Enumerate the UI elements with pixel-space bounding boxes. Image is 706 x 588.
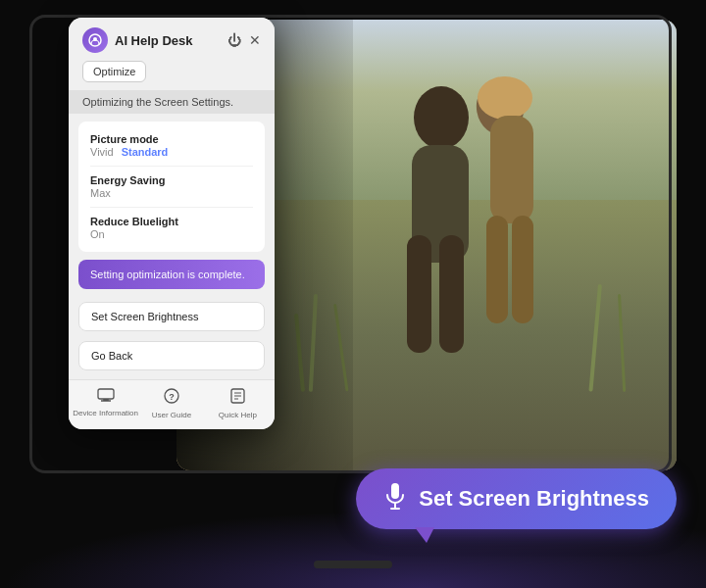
svg-text:?: ?	[169, 392, 175, 402]
svg-rect-16	[98, 389, 114, 399]
optimize-button[interactable]: Optimize	[82, 61, 146, 82]
panel-title: AI Help Desk	[115, 33, 192, 48]
svg-rect-8	[512, 216, 533, 323]
user-guide-icon: ?	[164, 388, 179, 408]
quick-help-label: Quick Help	[219, 411, 257, 419]
setting-picture-mode: Picture mode Vivid Standard	[90, 129, 253, 162]
microphone-icon	[383, 482, 407, 515]
panel-footer: Device Information ? User Guide Quick H	[69, 379, 275, 429]
device-info-label: Device Information	[73, 409, 138, 417]
energy-saving-max: Max	[90, 187, 111, 199]
setting-reduce-bluelight: Reduce Bluelight On	[90, 212, 253, 244]
footer-user-guide[interactable]: ? User Guide	[138, 388, 204, 419]
footer-device-info[interactable]: Device Information	[73, 388, 138, 419]
ai-help-desk-panel: AI Help Desk ⏻ ✕ Optimize Optimizing the…	[69, 18, 275, 429]
power-icon[interactable]: ⏻	[227, 33, 241, 47]
user-guide-label: User Guide	[152, 411, 191, 419]
success-message-bar: Setting optimization is complete.	[78, 260, 265, 289]
setting-picture-mode-label: Picture mode	[90, 133, 253, 145]
speech-text: Set Screen Brightness	[419, 486, 649, 512]
reduce-bluelight-on: On	[90, 228, 105, 240]
setting-reduce-bluelight-label: Reduce Bluelight	[90, 216, 253, 227]
setting-energy-saving-label: Energy Saving	[90, 174, 253, 186]
svg-rect-12	[588, 284, 602, 392]
close-icon[interactable]: ✕	[249, 33, 261, 47]
set-screen-brightness-button[interactable]: Set Screen Brightness	[78, 302, 265, 331]
svg-point-0	[414, 86, 469, 149]
svg-rect-3	[439, 235, 464, 353]
svg-rect-13	[618, 294, 626, 392]
svg-point-5	[478, 76, 532, 120]
settings-list: Picture mode Vivid Standard Energy Savin…	[78, 122, 265, 252]
svg-rect-25	[391, 483, 399, 499]
svg-rect-2	[407, 235, 431, 353]
picture-mode-standard: Standard	[122, 146, 169, 158]
picture-mode-vivid: Vivid	[90, 146, 114, 158]
ai-avatar-icon	[82, 27, 108, 53]
speech-bubble: Set Screen Brightness	[356, 468, 677, 529]
quick-help-icon	[230, 388, 245, 408]
status-bar: Optimizing the Screen Settings.	[69, 90, 275, 114]
panel-header: AI Help Desk ⏻ ✕	[69, 18, 275, 61]
setting-energy-saving: Energy Saving Max	[90, 171, 253, 203]
footer-quick-help[interactable]: Quick Help	[205, 388, 271, 419]
go-back-button[interactable]: Go Back	[78, 341, 265, 370]
svg-rect-6	[490, 116, 533, 223]
svg-rect-7	[486, 216, 508, 323]
tv-stand	[314, 561, 392, 568]
device-info-icon	[97, 388, 115, 406]
